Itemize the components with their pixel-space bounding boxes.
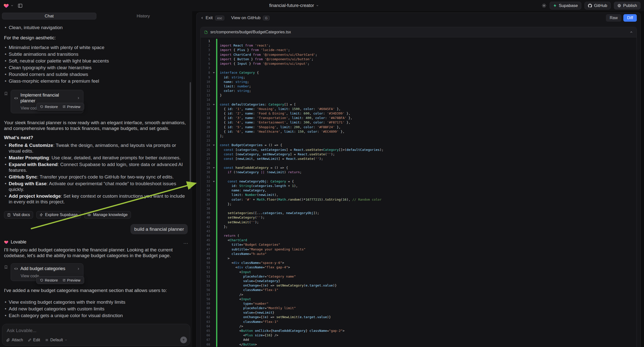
list-item: Add new budget categories with custom li… bbox=[4, 306, 188, 312]
edit-mode-button[interactable]: Edit bbox=[28, 338, 40, 342]
chat-scroll-area[interactable]: Clean, intuitive navigation For the desi… bbox=[0, 22, 192, 324]
code-line: 10 name: string; bbox=[201, 80, 636, 84]
code-line: 44 return ( bbox=[201, 234, 636, 238]
supabase-action-button[interactable]: Explore Supabase bbox=[36, 211, 81, 218]
chevron-down-icon[interactable] bbox=[11, 4, 14, 7]
assistant-summary: Your sleek financial planner is now read… bbox=[4, 120, 188, 131]
code-line: 66 <Plus size={16} /> bbox=[201, 333, 636, 338]
code-line: 28 bbox=[201, 161, 636, 166]
view-toggle: Raw Diff bbox=[606, 14, 637, 22]
code-line: 15const defaultCategories: Category[] = … bbox=[201, 102, 636, 107]
leading-list: Clean, intuitive navigation bbox=[4, 25, 188, 30]
code-line: 57 /> bbox=[201, 292, 636, 297]
eye-action-button[interactable]: Manage knowledge bbox=[84, 211, 131, 218]
code-line: 39 setCategories([...categories, newCate… bbox=[201, 211, 636, 215]
code-line: 36 color: '#' + Math.floor(Math.random()… bbox=[201, 198, 636, 202]
exit-button[interactable]: Exit bbox=[200, 16, 212, 20]
list-item: Clean typography with clear hierarchies bbox=[4, 65, 188, 70]
code-line: 47 subtitle="Manage your spending limits… bbox=[201, 247, 636, 252]
code-line: 24const BudgetCategories = () => { bbox=[201, 143, 636, 147]
composer: Ask Lovable... Attach Edit Default bbox=[2, 324, 190, 346]
code-line: 26 const [newCategory, setNewCategory] =… bbox=[201, 152, 636, 156]
raw-toggle-button[interactable]: Raw bbox=[606, 14, 621, 22]
mode-selector[interactable]: Default bbox=[45, 338, 67, 342]
sidebar-toggle-icon[interactable] bbox=[18, 3, 23, 8]
send-button[interactable] bbox=[180, 336, 187, 343]
restore-button[interactable]: Restore bbox=[38, 104, 60, 109]
code-line: 60 placeholder="Monthly limit" bbox=[201, 306, 636, 310]
chat-input[interactable]: Ask Lovable... bbox=[2, 324, 190, 333]
code-line: 5import { Button } from '@/components/ui… bbox=[201, 57, 636, 62]
chat-scrollbar[interactable] bbox=[190, 82, 191, 189]
diff-toggle-button[interactable]: Diff bbox=[623, 14, 637, 22]
chevron-down-icon bbox=[65, 339, 67, 341]
docs-icon bbox=[7, 213, 11, 217]
settings-gear-icon[interactable] bbox=[542, 3, 546, 8]
list-item: GitHub Sync: Transfer your project's cod… bbox=[4, 174, 188, 180]
list-item: Add project knowledge: Set key context o… bbox=[4, 193, 188, 204]
tab-chat[interactable]: Chat bbox=[2, 13, 96, 20]
github-button[interactable]: GitHub bbox=[584, 2, 611, 10]
code-line: 18 { id: '3', name: 'Transportation', li… bbox=[201, 116, 636, 120]
action-buttons: Visit docsExplore SupabaseManage knowled… bbox=[4, 211, 188, 218]
code-line: 17 { id: '2', name: 'Food & Dining', lim… bbox=[201, 111, 636, 116]
code-line: 61 value={newLimit} bbox=[201, 310, 636, 315]
edit-card-2: Add budget categories View code Restore bbox=[4, 263, 188, 281]
edit-card-title: Add budget categories bbox=[20, 266, 65, 272]
code-line: 55 onChange={(e) => setNewCategory(e.tar… bbox=[201, 283, 636, 288]
code-line: 40 setNewCategory(''); bbox=[201, 215, 636, 220]
bookmark-icon[interactable] bbox=[4, 265, 8, 281]
list-item: Subtle animations and transitions bbox=[4, 51, 188, 57]
code-brackets-icon bbox=[14, 96, 18, 100]
code-lines[interactable]: 1 2import React from 'react';3import { P… bbox=[201, 37, 636, 347]
docs-action-button[interactable]: Visit docs bbox=[4, 211, 33, 218]
supabase-label: Supabase bbox=[559, 3, 578, 8]
code-line: 37 }; bbox=[201, 202, 636, 206]
topbar-left bbox=[4, 3, 23, 8]
preview-button[interactable]: Preview bbox=[61, 278, 82, 283]
code-line: 51 <div className="flex gap-4"> bbox=[201, 265, 636, 270]
code-line: 56 className="flex-1" bbox=[201, 288, 636, 292]
code-line: 64 /> bbox=[201, 324, 636, 328]
attach-button[interactable]: Attach bbox=[6, 338, 23, 342]
file-path: src/components/budget/BudgetCategories.t… bbox=[210, 30, 291, 34]
restore-button[interactable]: Restore bbox=[38, 278, 60, 283]
project-name: financial-future-creator bbox=[269, 3, 314, 8]
more-options-icon[interactable]: … bbox=[183, 239, 188, 245]
code-line: 22]; bbox=[201, 134, 636, 138]
lovable-logo-icon[interactable] bbox=[4, 3, 9, 8]
preview-button[interactable]: Preview bbox=[61, 104, 82, 109]
restore-icon bbox=[40, 278, 43, 282]
lovable-heart-icon bbox=[4, 240, 8, 244]
publish-button[interactable]: Publish bbox=[614, 2, 640, 10]
code-line: 45 <ChartCard bbox=[201, 238, 636, 242]
code-line: 48 className="h-auto" bbox=[201, 252, 636, 256]
code-line: 29 const handleAddCategory = () => { bbox=[201, 166, 636, 170]
code-line: 13} bbox=[201, 93, 636, 98]
code-line: 1 bbox=[201, 39, 636, 43]
supabase-button[interactable]: Supabase bbox=[550, 2, 582, 10]
user-message-1: build a financial planner bbox=[130, 224, 188, 234]
code-line: 2import React from 'react'; bbox=[201, 43, 636, 48]
code-line: 4import ChartCard from '@/components/ui/… bbox=[201, 52, 636, 57]
card-hover-toolbar: Restore Preview bbox=[36, 276, 84, 284]
code-line: 16 { id: '1', name: 'Housing', limit: 15… bbox=[201, 107, 636, 111]
composer-toolbar: Attach Edit Default bbox=[6, 336, 187, 343]
bookmark-icon[interactable] bbox=[4, 92, 8, 113]
file-header[interactable]: src/components/budget/BudgetCategories.t… bbox=[201, 27, 636, 37]
view-on-github-button[interactable]: View on GitHub bbox=[231, 16, 261, 20]
chevron-up-icon[interactable] bbox=[630, 30, 633, 34]
code-line: 8interface Category { bbox=[201, 70, 636, 75]
summary-bullets: View existing budget categories with the… bbox=[4, 299, 188, 318]
code-line: 30 if (!newCategory || !newLimit) return… bbox=[201, 170, 636, 174]
github-kbd: G bbox=[263, 16, 269, 20]
tab-history[interactable]: History bbox=[96, 13, 190, 20]
code-line: 52 <Input bbox=[201, 270, 636, 274]
project-switcher[interactable]: financial-future-creator bbox=[269, 3, 319, 8]
list-item: Expand with Backend: Connect Supabase to… bbox=[4, 162, 188, 173]
code-brackets-icon bbox=[14, 266, 18, 271]
code-viewer-panel: Exit esc View on GitHub G Raw Diff src/c… bbox=[196, 12, 641, 347]
edit-card-1: Implement financial planner View code Re… bbox=[4, 90, 188, 113]
sliders-icon bbox=[45, 338, 48, 342]
globe-icon bbox=[617, 4, 621, 8]
